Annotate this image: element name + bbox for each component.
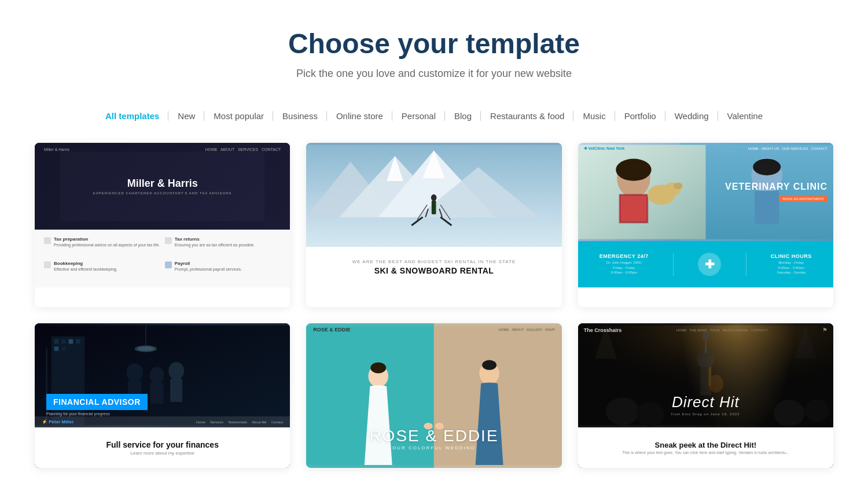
miller-info bbox=[35, 287, 290, 307]
page-subtitle: Pick the one you love and customize it f… bbox=[12, 68, 856, 80]
ski-caption: WE ARE THE BEST AND BIGGEST SKI RENTAL I… bbox=[306, 247, 561, 287]
svg-point-25 bbox=[753, 158, 781, 175]
wedding-main-title: ROSE & EDDIE bbox=[306, 427, 561, 445]
svg-rect-19 bbox=[620, 195, 648, 223]
filter-personal[interactable]: Personal bbox=[392, 108, 445, 124]
financial-badge: FINANCIAL ADVISOR bbox=[46, 394, 148, 410]
financial-nav-bar: ⚡ Peter Miller HomeServicesTestimonialsA… bbox=[35, 416, 290, 427]
template-card-miller-harris[interactable]: Miller & Harris HOME ABOUT SERVICES CONT… bbox=[35, 143, 290, 307]
wedding-nav-links: HOME ABOUT GALLERY RSVP bbox=[499, 328, 555, 331]
music-overlay: Direct Hit from Emo Drag on June 18, 202… bbox=[578, 393, 833, 416]
filter-business[interactable]: Business bbox=[273, 108, 327, 124]
miller-services: Tax preparationProviding professional ad… bbox=[35, 230, 290, 287]
svg-rect-34 bbox=[54, 346, 59, 351]
svg-rect-41 bbox=[170, 379, 182, 402]
vet-overlay-text: VETERINARY CLINIC BOOK AN APPOINTMENT bbox=[725, 182, 827, 202]
template-card-financial[interactable]: FINANCIAL ADVISOR Planning for your fina… bbox=[35, 323, 290, 468]
filter-restaurants[interactable]: Restaurants & food bbox=[481, 108, 573, 124]
template-preview-wedding: ROSE & EDDIE HOME ABOUT GALLERY RSVP bbox=[306, 323, 561, 468]
music-logo: The Crosshairs bbox=[584, 327, 622, 333]
svg-point-50 bbox=[482, 360, 496, 370]
svg-point-36 bbox=[126, 363, 143, 382]
ski-caption-title: SKI & SNOWBOARD RENTAL bbox=[374, 266, 494, 275]
wedding-title-overlay: ROSE & EDDIE OUR COLORFUL WEDDING bbox=[306, 427, 561, 451]
wedding-nav: ROSE & EDDIE HOME ABOUT GALLERY RSVP bbox=[306, 327, 561, 333]
vet-nav-links: HOME ABOUT US OUR SERVICES CONTACT bbox=[748, 147, 827, 150]
wedding-logo: ROSE & EDDIE bbox=[313, 327, 351, 333]
svg-point-18 bbox=[616, 158, 651, 180]
svg-rect-32 bbox=[69, 339, 73, 344]
filter-nav: All templates New Most popular Business … bbox=[0, 98, 868, 143]
financial-sub: Planning for your financial progress bbox=[46, 412, 148, 416]
svg-rect-31 bbox=[61, 339, 66, 344]
svg-rect-33 bbox=[76, 339, 80, 344]
vet-logo: VetClinic New York bbox=[584, 146, 625, 151]
music-sub: from Emo Drag on June 18, 2022 bbox=[578, 412, 833, 416]
filter-online-store[interactable]: Online store bbox=[327, 108, 392, 124]
music-nav: The Crosshairs HOME THE BAND TOUR MERCHA… bbox=[578, 327, 833, 333]
music-caption: Sneak peek at the Direct Hit! This is wh… bbox=[578, 427, 833, 468]
template-card-wedding[interactable]: ROSE & EDDIE HOME ABOUT GALLERY RSVP bbox=[306, 323, 561, 468]
financial-image: FINANCIAL ADVISOR Planning for your fina… bbox=[35, 323, 290, 427]
svg-point-44 bbox=[137, 346, 154, 351]
svg-rect-35 bbox=[61, 346, 66, 351]
template-preview-financial: FINANCIAL ADVISOR Planning for your fina… bbox=[35, 323, 290, 468]
template-preview-vet: VetClinic New York HOME ABOUT US OUR SER… bbox=[578, 143, 833, 287]
financial-caption-title: Full service for your finances bbox=[106, 440, 219, 449]
filter-valentine[interactable]: Valentine bbox=[718, 108, 772, 124]
music-social-icon: ⚑ bbox=[822, 327, 827, 333]
ski-image: SKI Rental HOME ABOUT US SERVICES CONTAC… bbox=[306, 143, 561, 247]
vet-cta-btn: BOOK AN APPOINTMENT bbox=[779, 196, 827, 202]
ski-info bbox=[306, 287, 561, 307]
template-card-music[interactable]: The Crosshairs HOME THE BAND TOUR MERCHA… bbox=[578, 323, 833, 468]
filter-blog[interactable]: Blog bbox=[445, 108, 481, 124]
svg-point-40 bbox=[168, 362, 184, 380]
music-image: The Crosshairs HOME THE BAND TOUR MERCHA… bbox=[578, 323, 833, 427]
page-title: Choose your template bbox=[12, 28, 856, 60]
svg-rect-30 bbox=[54, 339, 59, 344]
vet-hours-block: CLINIC HOURS Monday - Friday9:00am - 5:0… bbox=[771, 253, 812, 275]
svg-point-38 bbox=[150, 367, 164, 384]
templates-grid: Miller & Harris HOME ABOUT SERVICES CONT… bbox=[17, 143, 851, 496]
ski-caption-sub: WE ARE THE BEST AND BIGGEST SKI RENTAL I… bbox=[352, 259, 516, 264]
music-title: Direct Hit bbox=[578, 393, 833, 411]
vet-nav: VetClinic New York HOME ABOUT US OUR SER… bbox=[578, 146, 833, 151]
vet-emergency-block: EMERGENCY 24/7 Dr. John Hoggin: (555)Fri… bbox=[599, 253, 649, 275]
template-card-vet[interactable]: VetClinic New York HOME ABOUT US OUR SER… bbox=[578, 143, 833, 307]
music-caption-title: Sneak peek at the Direct Hit! bbox=[655, 441, 757, 449]
svg-point-23 bbox=[674, 183, 682, 190]
wedding-image: ROSE & EDDIE HOME ABOUT GALLERY RSVP bbox=[306, 323, 561, 468]
filter-portfolio[interactable]: Portfolio bbox=[615, 108, 665, 124]
page-header: Choose your template Pick the one you lo… bbox=[0, 0, 868, 98]
music-nav-links: HOME THE BAND TOUR MERCHANDISE CONTACT bbox=[676, 328, 768, 332]
svg-point-7 bbox=[431, 194, 437, 201]
miller-nav: Miller & Harris HOME ABOUT SERVICES CONT… bbox=[35, 147, 290, 152]
filter-wedding[interactable]: Wedding bbox=[665, 108, 718, 124]
filter-new[interactable]: New bbox=[168, 108, 204, 124]
filter-most-popular[interactable]: Most popular bbox=[204, 108, 273, 124]
template-card-ski-rental[interactable]: SKI Rental HOME ABOUT US SERVICES CONTAC… bbox=[306, 143, 561, 307]
miller-sub: EXPERIENCED CHARTERED ACCOUNTANT'S AND T… bbox=[93, 191, 232, 195]
vet-bottom: EMERGENCY 24/7 Dr. John Hoggin: (555)Fri… bbox=[578, 241, 833, 287]
financial-logo: ⚡ Peter Miller bbox=[42, 419, 73, 425]
template-preview-ski: SKI Rental HOME ABOUT US SERVICES CONTAC… bbox=[306, 143, 561, 287]
vet-top: VetClinic New York HOME ABOUT US OUR SER… bbox=[578, 143, 833, 241]
wedding-subtitle: OUR COLORFUL WEDDING bbox=[306, 445, 561, 451]
template-preview-miller: Miller & Harris HOME ABOUT SERVICES CONT… bbox=[35, 143, 290, 287]
financial-overlay: FINANCIAL ADVISOR Planning for your fina… bbox=[46, 394, 148, 416]
vet-cross-icon: ✚ bbox=[698, 253, 721, 276]
svg-point-48 bbox=[371, 362, 387, 373]
vet-info bbox=[578, 287, 833, 307]
svg-rect-39 bbox=[150, 382, 164, 403]
filter-music[interactable]: Music bbox=[573, 108, 615, 124]
filter-all-templates[interactable]: All templates bbox=[96, 108, 168, 124]
financial-caption-sub: Learn more about my expertise bbox=[130, 451, 194, 456]
miller-title: Miller & Harris bbox=[127, 178, 198, 190]
financial-caption: Full service for your finances Learn mor… bbox=[35, 427, 290, 468]
template-preview-music: The Crosshairs HOME THE BAND TOUR MERCHA… bbox=[578, 323, 833, 468]
music-caption-sub: This is where your text goes. You can cl… bbox=[610, 451, 801, 455]
vet-overlay-title: VETERINARY CLINIC bbox=[725, 182, 827, 192]
svg-rect-8 bbox=[432, 201, 436, 215]
